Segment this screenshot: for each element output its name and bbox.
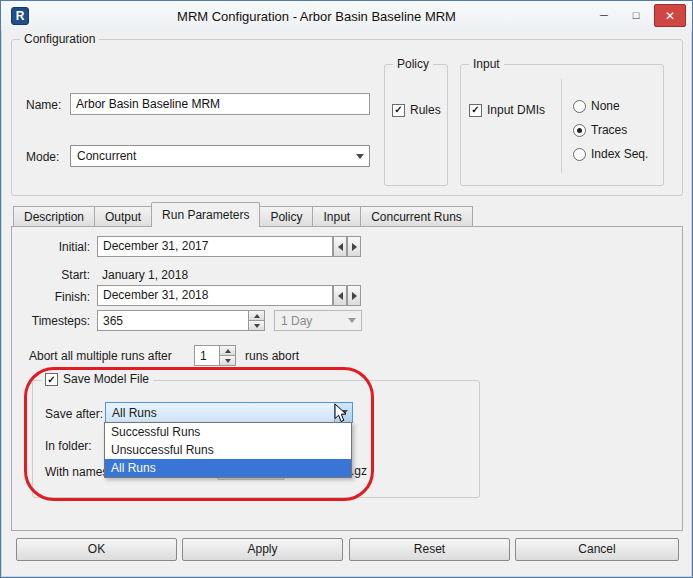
name-input[interactable] bbox=[70, 93, 370, 115]
apply-button[interactable]: Apply bbox=[182, 538, 343, 561]
tab-policy[interactable]: Policy bbox=[259, 206, 313, 227]
input-group: Input ✓ Input DMIs None Traces Index Seq… bbox=[460, 64, 664, 186]
configuration-group: Configuration Name: Mode: Concurrent Pol… bbox=[11, 39, 683, 196]
save-after-label: Save after: bbox=[45, 407, 103, 422]
save-after-dropdown: Successful Runs Unsuccessful Runs All Ru… bbox=[104, 422, 352, 478]
initial-label: Initial: bbox=[22, 240, 90, 255]
dropdown-option-all-runs[interactable]: All Runs bbox=[105, 459, 351, 477]
radio-selected-icon bbox=[573, 124, 586, 137]
mode-value: Concurrent bbox=[77, 149, 136, 164]
run-parameters-pane: Initial: December 31, 2017 Start: Januar… bbox=[11, 226, 683, 531]
close-button[interactable]: ✕ bbox=[654, 4, 686, 27]
radio-index-seq-label: Index Seq. bbox=[591, 147, 648, 161]
save-model-file-label: Save Model File bbox=[63, 372, 149, 387]
finish-label: Finish: bbox=[22, 290, 90, 305]
checkbox-check-icon: ✓ bbox=[45, 373, 58, 386]
divider bbox=[561, 79, 562, 173]
ok-button[interactable]: OK bbox=[16, 538, 177, 561]
cancel-button[interactable]: Cancel bbox=[515, 538, 679, 561]
arrow-down-icon bbox=[254, 324, 260, 328]
save-model-file-checkbox[interactable]: ✓ Save Model File bbox=[41, 372, 153, 387]
radio-none-label: None bbox=[591, 99, 620, 113]
timesteps-spinbox[interactable]: 365 bbox=[97, 310, 265, 331]
abort-label: Abort all multiple runs after bbox=[29, 349, 172, 364]
configuration-group-label: Configuration bbox=[20, 32, 99, 47]
arrow-up-icon bbox=[254, 314, 260, 318]
app-icon: R bbox=[11, 7, 29, 25]
mode-select[interactable]: Concurrent bbox=[70, 145, 370, 167]
arrow-left-icon bbox=[338, 243, 343, 251]
dropdown-option-successful-runs[interactable]: Successful Runs bbox=[105, 423, 351, 441]
window-title: MRM Configuration - Arbor Basin Baseline… bbox=[71, 9, 562, 24]
reset-button[interactable]: Reset bbox=[349, 538, 510, 561]
chevron-down-icon bbox=[334, 403, 352, 422]
mrm-configuration-dialog: R MRM Configuration - Arbor Basin Baseli… bbox=[0, 0, 693, 578]
rules-checkbox[interactable]: ✓ Rules bbox=[392, 103, 441, 117]
save-after-select[interactable]: All Runs bbox=[105, 402, 353, 423]
initial-date-field[interactable]: December 31, 2017 bbox=[97, 236, 333, 257]
spin-buttons bbox=[248, 311, 264, 330]
tab-output[interactable]: Output bbox=[94, 206, 152, 227]
finish-date-field[interactable]: December 31, 2018 bbox=[97, 285, 333, 306]
radio-icon bbox=[573, 100, 586, 113]
radio-index-seq[interactable]: Index Seq. bbox=[573, 147, 648, 161]
policy-group-label: Policy bbox=[393, 57, 433, 72]
chevron-down-icon bbox=[343, 311, 361, 330]
timestep-unit-select: 1 Day bbox=[274, 310, 362, 331]
spin-down-button[interactable] bbox=[220, 355, 235, 365]
abort-suffix-label: runs abort bbox=[245, 349, 299, 364]
timestep-unit-value: 1 Day bbox=[281, 314, 312, 329]
maximize-button[interactable]: □ bbox=[622, 4, 650, 27]
policy-group: Policy ✓ Rules bbox=[384, 64, 448, 186]
radio-none[interactable]: None bbox=[573, 99, 620, 113]
with-names-label: With names: bbox=[45, 465, 112, 480]
spin-up-button[interactable] bbox=[220, 346, 235, 355]
chevron-down-icon bbox=[351, 146, 369, 166]
spin-up-button[interactable] bbox=[249, 311, 264, 320]
start-value: January 1, 2018 bbox=[102, 268, 188, 283]
tab-run-parameters[interactable]: Run Parameters bbox=[151, 202, 260, 227]
name-label: Name: bbox=[26, 98, 61, 113]
tab-description[interactable]: Description bbox=[13, 206, 95, 227]
timesteps-value: 365 bbox=[103, 314, 123, 329]
tab-bar: Description Output Run Parameters Policy… bbox=[13, 202, 472, 227]
start-label: Start: bbox=[22, 268, 90, 283]
finish-date-prev-button[interactable] bbox=[333, 285, 347, 306]
initial-date-value: December 31, 2017 bbox=[103, 239, 208, 253]
radio-traces-label: Traces bbox=[591, 123, 627, 137]
spin-down-button[interactable] bbox=[249, 320, 264, 330]
arrow-left-icon bbox=[338, 292, 343, 300]
initial-date-next-button[interactable] bbox=[347, 236, 361, 257]
input-dmis-checkbox[interactable]: ✓ Input DMIs bbox=[469, 103, 545, 117]
mode-label: Mode: bbox=[26, 150, 59, 165]
checkbox-check-icon: ✓ bbox=[469, 104, 482, 117]
tab-concurrent-runs[interactable]: Concurrent Runs bbox=[360, 206, 473, 227]
save-after-value: All Runs bbox=[112, 406, 157, 421]
title-bar: R MRM Configuration - Arbor Basin Baseli… bbox=[1, 1, 692, 31]
input-group-label: Input bbox=[469, 57, 504, 72]
arrow-right-icon bbox=[352, 292, 357, 300]
finish-date-value: December 31, 2018 bbox=[103, 288, 208, 302]
dropdown-option-unsuccessful-runs[interactable]: Unsuccessful Runs bbox=[105, 441, 351, 459]
in-folder-label: In folder: bbox=[45, 439, 92, 454]
initial-date-prev-button[interactable] bbox=[333, 236, 347, 257]
finish-date-next-button[interactable] bbox=[347, 285, 361, 306]
input-dmis-checkbox-label: Input DMIs bbox=[487, 103, 545, 117]
minimize-button[interactable]: ─ bbox=[590, 4, 618, 27]
rules-checkbox-label: Rules bbox=[410, 103, 441, 117]
arrow-up-icon bbox=[225, 349, 231, 353]
arrow-right-icon bbox=[352, 243, 357, 251]
radio-icon bbox=[573, 148, 586, 161]
radio-traces[interactable]: Traces bbox=[573, 123, 627, 137]
checkbox-check-icon: ✓ bbox=[392, 104, 405, 117]
abort-count-value: 1 bbox=[200, 349, 207, 364]
abort-count-spinbox[interactable]: 1 bbox=[194, 345, 236, 366]
spin-buttons bbox=[219, 346, 235, 365]
arrow-down-icon bbox=[225, 359, 231, 363]
tab-input[interactable]: Input bbox=[312, 206, 361, 227]
timesteps-label: Timesteps: bbox=[22, 314, 90, 329]
